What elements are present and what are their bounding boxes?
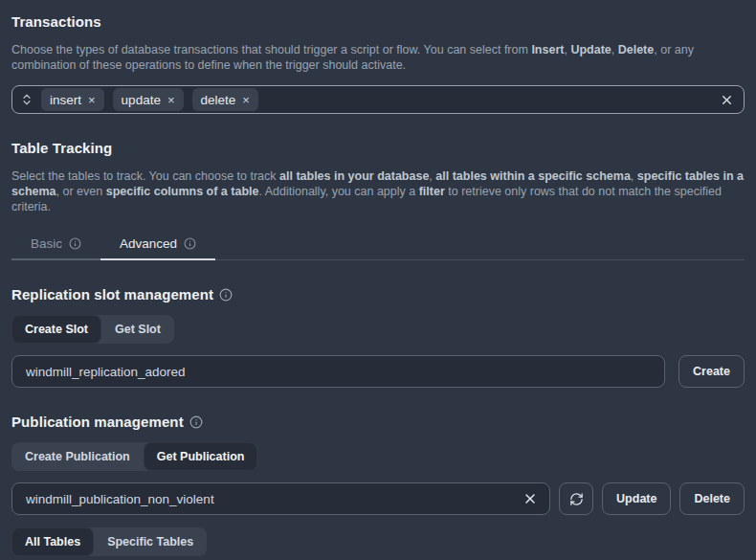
tab-advanced-label: Advanced — [120, 236, 177, 251]
table-tracking-tabs: Basic Advanced — [11, 231, 745, 260]
tables-scope-toggle-group: All Tables Specific Tables — [11, 527, 207, 556]
chip-insert[interactable]: insert × — [41, 88, 104, 111]
delete-publication-button[interactable]: Delete — [679, 482, 745, 515]
table-tracking-section: Table Tracking Select the tables to trac… — [11, 140, 745, 260]
publication-title: Publication management — [11, 414, 184, 430]
info-icon — [69, 237, 81, 250]
multiselect-clear-icon[interactable] — [720, 93, 734, 107]
transactions-description: Choose the types of database transaction… — [11, 42, 745, 73]
chip-update-label: update — [122, 93, 161, 107]
chip-delete[interactable]: delete × — [192, 88, 258, 111]
create-slot-button[interactable]: Create — [678, 355, 745, 388]
create-publication-toggle[interactable]: Create Publication — [11, 442, 144, 471]
publication-section: Publication management Create Publicatio… — [11, 414, 745, 556]
all-tables-toggle[interactable]: All Tables — [11, 527, 94, 556]
tab-basic[interactable]: Basic — [11, 231, 100, 260]
triggers-config-panel: Transactions Choose the types of databas… — [0, 0, 756, 560]
chip-update-remove-icon[interactable]: × — [167, 94, 175, 106]
table-tracking-title: Table Tracking — [11, 140, 745, 156]
tab-advanced[interactable]: Advanced — [100, 231, 215, 260]
replication-slot-title: Replication slot management — [11, 286, 213, 302]
replication-slot-row: Create — [11, 355, 745, 388]
slot-mode-toggle-group: Create Slot Get Slot — [11, 315, 174, 344]
publication-row: Update Delete — [11, 482, 745, 515]
selected-transaction-chips: insert × update × delete × — [41, 88, 712, 111]
get-slot-toggle[interactable]: Get Slot — [101, 315, 174, 344]
info-icon — [184, 237, 196, 250]
publication-name-input[interactable] — [26, 492, 515, 506]
publication-input-wrap — [11, 482, 550, 515]
specific-tables-toggle[interactable]: Specific Tables — [94, 527, 207, 556]
tab-basic-label: Basic — [31, 236, 62, 251]
publication-clear-icon[interactable] — [523, 491, 538, 506]
refresh-publication-button[interactable] — [559, 482, 593, 515]
table-tracking-description: Select the tables to track. You can choo… — [11, 168, 745, 214]
create-slot-toggle[interactable]: Create Slot — [11, 315, 101, 344]
chip-delete-remove-icon[interactable]: × — [242, 94, 250, 106]
transactions-multiselect[interactable]: insert × update × delete × — [11, 85, 745, 114]
unfold-icon — [20, 93, 33, 106]
update-publication-button[interactable]: Update — [602, 482, 671, 515]
transactions-title: Transactions — [11, 13, 745, 30]
replication-slot-input-wrap — [11, 355, 665, 388]
info-icon — [219, 288, 233, 302]
chip-insert-remove-icon[interactable]: × — [88, 94, 96, 106]
get-publication-toggle[interactable]: Get Publication — [144, 442, 258, 471]
chip-update[interactable]: update × — [113, 88, 184, 111]
publication-mode-toggle-group: Create Publication Get Publication — [11, 442, 257, 471]
info-icon — [189, 415, 203, 429]
chip-insert-label: insert — [50, 93, 81, 107]
chip-delete-label: delete — [201, 93, 236, 107]
replication-slot-name-input[interactable] — [26, 365, 653, 379]
replication-slot-section: Replication slot management Create Slot … — [11, 286, 745, 388]
refresh-icon — [569, 492, 584, 506]
